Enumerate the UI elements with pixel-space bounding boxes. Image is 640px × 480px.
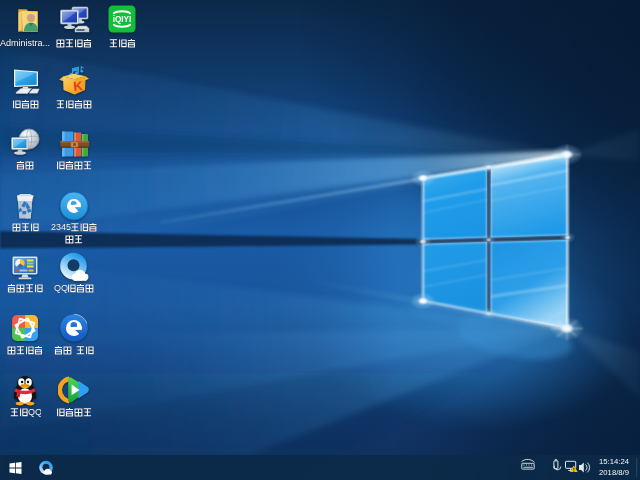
svg-text:QQ: QQ — [54, 283, 68, 293]
svg-text:Administra...: Administra... — [0, 38, 50, 48]
svg-text:iQIYI: iQIYI — [113, 15, 132, 24]
svg-text:2345: 2345 — [51, 222, 71, 232]
svg-text:QQ: QQ — [28, 407, 41, 417]
